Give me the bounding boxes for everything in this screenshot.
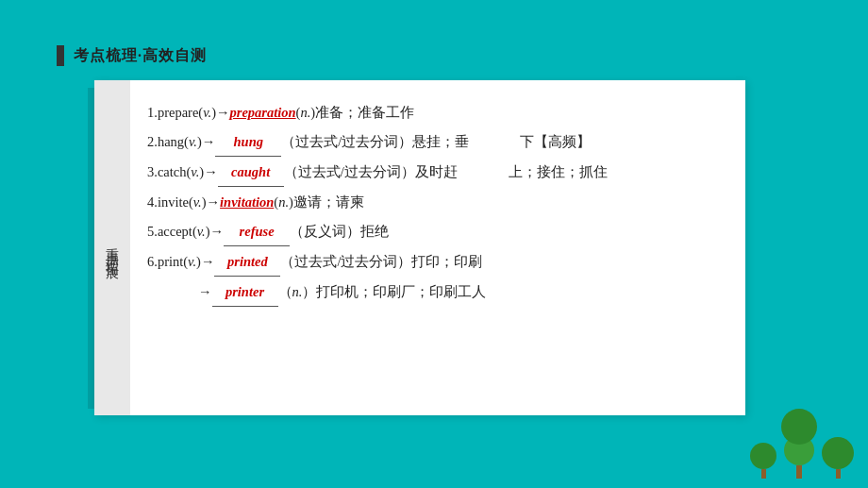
- tree-foliage: [781, 409, 817, 445]
- header-accent: [57, 45, 64, 66]
- tree-large: [781, 409, 817, 479]
- item-text: 1.prepare(v.)→: [147, 99, 230, 126]
- item-text: 6.print(v.)→: [147, 248, 214, 276]
- list-item: 1.prepare(v.)→ preparation (n.)准备；准备工作: [147, 99, 725, 126]
- tree-trunk: [836, 469, 841, 479]
- item-description: （n.）打印机；印刷厂；印刷工人: [278, 278, 487, 306]
- tree-small: [750, 443, 776, 479]
- item-description: （过去式/过去分词）悬挂；垂: [281, 128, 469, 156]
- content-area: 1.prepare(v.)→ preparation (n.)准备；准备工作 2…: [130, 80, 745, 415]
- item-description: （反义词）拒绝: [290, 218, 389, 245]
- list-item: → printer （n.）打印机；印刷厂；印刷工人: [147, 278, 725, 307]
- header-title: 考点梳理·高效自测: [74, 46, 207, 66]
- item-description: (n.)邀请；请柬: [274, 189, 364, 216]
- answer-text: preparation: [230, 99, 296, 126]
- item-description: (n.)准备；准备工作: [296, 99, 415, 126]
- list-item: 4.invite(v.)→ invitation (n.)邀请；请柬: [147, 189, 725, 216]
- header-bar: 考点梳理·高效自测: [57, 45, 613, 66]
- item-text: 3.catch(v.)→: [147, 159, 218, 186]
- item-description: （过去式/过去分词）及时赶: [284, 159, 458, 186]
- left-label: 重点词汇拓展: [94, 80, 130, 415]
- list-item: 5.accept(v.)→ refuse （反义词）拒绝: [147, 218, 725, 246]
- item-text: 2.hang(v.)→: [147, 128, 215, 156]
- list-item: 2.hang(v.)→ hung （过去式/过去分词）悬挂；垂 下【高频】: [147, 128, 725, 157]
- answer-blank: caught: [218, 159, 284, 187]
- item-description-cont: 下【高频】: [469, 128, 591, 156]
- item-text: 4.invite(v.)→: [147, 189, 220, 216]
- list-item: 6.print(v.)→ printed （过去式/过去分词）打印；印刷: [147, 248, 725, 277]
- tree-medium: [822, 437, 854, 479]
- tree-foliage: [822, 437, 854, 469]
- answer-blank: printed: [214, 248, 280, 277]
- answer-blank: hung: [215, 128, 281, 157]
- tree-decoration: [750, 409, 854, 479]
- item-text: →: [147, 278, 212, 306]
- tree-trunk: [796, 465, 802, 479]
- answer-blank: refuse: [224, 218, 290, 246]
- answer-blank: printer: [212, 278, 278, 307]
- list-item: 3.catch(v.)→ caught （过去式/过去分词）及时赶 上；接住；抓…: [147, 159, 725, 187]
- item-text: 5.accept(v.)→: [147, 218, 224, 245]
- content-card: 重点词汇拓展 1.prepare(v.)→ preparation (n.)准备…: [94, 80, 745, 415]
- tree-foliage: [750, 443, 776, 469]
- item-description: （过去式/过去分词）打印；印刷: [280, 248, 482, 276]
- item-description-cont: 上；接住；抓住: [458, 159, 608, 186]
- tree-trunk: [761, 469, 766, 479]
- answer-text: invitation: [220, 189, 274, 216]
